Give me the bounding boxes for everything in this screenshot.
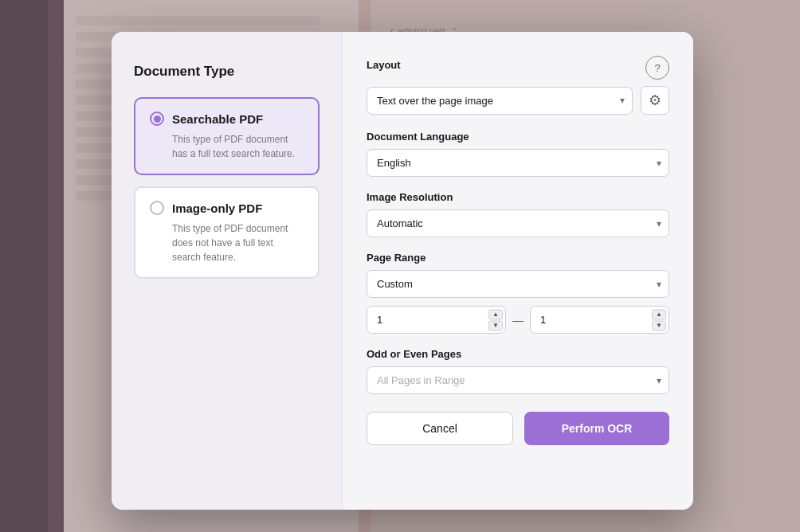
layout-gear-button[interactable]: ⚙ — [641, 86, 669, 115]
odd-even-select[interactable]: All Pages in Range Odd Pages Only Even P… — [367, 366, 669, 394]
from-spinner: ▲ ▼ — [488, 309, 503, 331]
page-range-to-input[interactable] — [530, 306, 669, 334]
radio-fill — [154, 115, 161, 123]
page-range-select-wrap: All Pages Custom Even Pages Odd Pages ▾ — [367, 270, 669, 298]
page-range-field: Page Range All Pages Custom Even Pages O… — [367, 252, 669, 334]
layout-select-wrap: Text over the page image Text under the … — [367, 87, 633, 115]
ocr-dialog: Document Type Searchable PDF This type o… — [112, 32, 693, 510]
page-range-to-wrap: ▲ ▼ — [530, 306, 669, 334]
searchable-pdf-radio[interactable] — [150, 111, 164, 126]
doc-language-field: Document Language English French German … — [367, 131, 669, 177]
image-only-pdf-title: Image-only PDF — [172, 201, 262, 215]
doc-language-label: Document Language — [367, 131, 669, 143]
searchable-pdf-card[interactable]: Searchable PDF This type of PDF document… — [134, 97, 320, 175]
document-type-title: Document Type — [134, 64, 320, 80]
page-range-from-input[interactable] — [367, 306, 506, 334]
page-range-from-wrap: ▲ ▼ — [367, 306, 506, 334]
help-icon: ? — [654, 62, 660, 74]
page-range-select[interactable]: All Pages Custom Even Pages Odd Pages — [367, 270, 669, 298]
range-separator: — — [512, 314, 524, 327]
odd-even-field: Odd or Even Pages All Pages in Range Odd… — [367, 348, 669, 394]
odd-even-select-wrap: All Pages in Range Odd Pages Only Even P… — [367, 366, 669, 394]
odd-even-label: Odd or Even Pages — [367, 348, 669, 360]
image-only-pdf-radio[interactable] — [150, 201, 164, 215]
dialog-buttons: Cancel Perform OCR — [367, 412, 669, 445]
to-decrement-button[interactable]: ▼ — [652, 320, 666, 331]
doc-language-select-wrap: English French German Spanish ▾ — [367, 149, 669, 177]
layout-field: Layout ? Text over the page image Text u… — [367, 56, 669, 115]
image-resolution-select-wrap: Automatic 72 DPI 150 DPI 300 DPI 600 DPI… — [367, 209, 669, 237]
searchable-pdf-header: Searchable PDF — [150, 111, 304, 126]
to-increment-button[interactable]: ▲ — [652, 309, 666, 319]
image-only-pdf-header: Image-only PDF — [150, 201, 304, 215]
layout-row: Text over the page image Text under the … — [367, 86, 669, 115]
image-resolution-label: Image Resolution — [367, 191, 669, 203]
doc-language-select[interactable]: English French German Spanish — [367, 149, 669, 177]
to-spinner: ▲ ▼ — [652, 309, 666, 331]
page-range-inputs: ▲ ▼ — ▲ ▼ — [367, 306, 669, 334]
image-resolution-field: Image Resolution Automatic 72 DPI 150 DP… — [367, 191, 669, 237]
ocr-settings-panel: Layout ? Text over the page image Text u… — [343, 32, 693, 510]
layout-help-button[interactable]: ? — [645, 56, 669, 80]
layout-header: Layout ? — [367, 56, 669, 80]
document-type-panel: Document Type Searchable PDF This type o… — [112, 32, 343, 510]
searchable-pdf-title: Searchable PDF — [172, 112, 263, 126]
searchable-pdf-desc: This type of PDF document has a full tex… — [150, 132, 304, 161]
perform-ocr-button[interactable]: Perform OCR — [524, 412, 669, 445]
layout-select[interactable]: Text over the page image Text under the … — [367, 87, 633, 115]
layout-label: Layout — [367, 59, 401, 71]
from-decrement-button[interactable]: ▼ — [488, 320, 503, 331]
image-resolution-select[interactable]: Automatic 72 DPI 150 DPI 300 DPI 600 DPI — [367, 209, 669, 237]
from-increment-button[interactable]: ▲ — [488, 309, 503, 319]
image-only-pdf-desc: This type of PDF document does not have … — [150, 221, 304, 264]
image-only-pdf-card[interactable]: Image-only PDF This type of PDF document… — [134, 186, 320, 279]
gear-icon: ⚙ — [649, 92, 661, 109]
page-range-label: Page Range — [367, 252, 669, 264]
cancel-button[interactable]: Cancel — [367, 412, 513, 445]
